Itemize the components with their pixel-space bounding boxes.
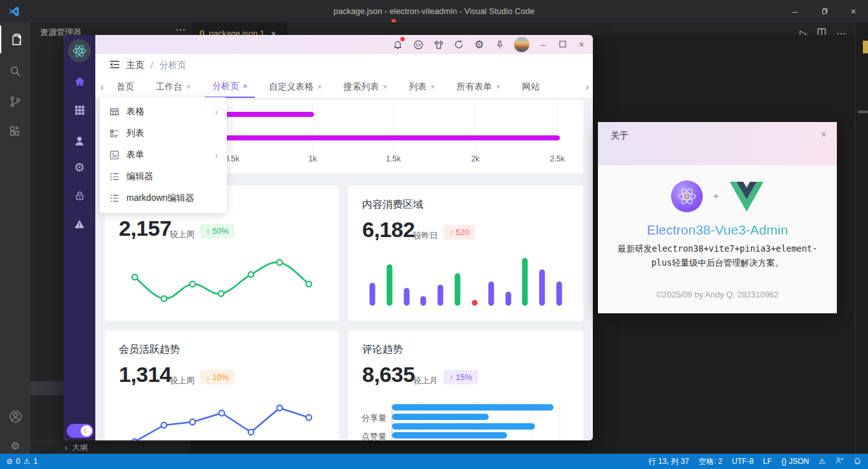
language-mode[interactable]: {} JSON <box>782 457 809 466</box>
app-tabbar: ‹ 首页 工作台× 分析页× 自定义表格× 搜索列表× 列表× 所有表单× 网站… <box>95 76 593 99</box>
extensions-icon[interactable] <box>0 118 31 146</box>
tab-close-icon[interactable]: × <box>243 82 247 91</box>
about-app-name: Electron38-Vue3-Admin <box>598 222 837 238</box>
collapse-menu-icon[interactable] <box>109 60 120 71</box>
minimap-slider[interactable] <box>858 111 868 113</box>
tab-website[interactable]: 网站 <box>514 76 547 98</box>
dropdown-menu: 表格 › 列表 表单 › 编辑器 markdown编辑器 <box>100 97 227 213</box>
settings-gear-icon[interactable]: ⚙ <box>473 39 485 50</box>
warnings-count[interactable]: 1 <box>34 457 38 466</box>
menu-item-editor[interactable]: 编辑器 <box>100 166 227 187</box>
about-header: 关于 × <box>598 122 837 165</box>
encoding[interactable]: UTF-8 <box>732 457 754 466</box>
menu-item-table[interactable]: 表格 › <box>100 101 227 123</box>
statusbar: ⊘ 0 ⚠ 1 行 13, 列 37 空格: 2 UTF-8 LF {} JSO… <box>0 454 868 469</box>
errors-icon[interactable]: ⊘ <box>6 457 13 466</box>
window-title: package.json - electron-viteadmin - Visu… <box>0 6 868 16</box>
tab-search-list[interactable]: 搜索列表× <box>336 76 395 98</box>
tab-home[interactable]: 首页 <box>109 76 142 98</box>
tabs-scroll-left-icon[interactable]: ‹ <box>95 81 109 93</box>
table-icon <box>109 107 120 117</box>
tab-close-icon[interactable]: × <box>496 83 500 92</box>
tab-close-icon[interactable]: × <box>186 83 191 92</box>
electron-logo <box>671 180 703 212</box>
minimize-button[interactable]: – <box>780 0 810 22</box>
electron-logo[interactable] <box>68 39 91 62</box>
bell-badge <box>400 37 405 41</box>
app-minimize-button[interactable]: – <box>538 39 548 50</box>
dashboard-grid-icon[interactable] <box>64 99 95 121</box>
pin-icon[interactable] <box>494 39 505 50</box>
menu-item-label: 编辑器 <box>126 171 153 182</box>
indentation[interactable]: 空格: 2 <box>699 456 722 467</box>
warning-icon[interactable] <box>64 214 95 235</box>
consumption-card: 内容消费区域 6,182 较昨日 ↑ 520 <box>348 186 583 321</box>
about-title: 关于 <box>611 130 628 142</box>
submenu-arrow-icon: › <box>215 107 218 117</box>
tab-all-forms[interactable]: 所有表单× <box>449 76 508 98</box>
breadcrumb-page: 分析页 <box>159 60 186 71</box>
tab-list[interactable]: 列表× <box>401 76 442 98</box>
theme-shirt-icon[interactable] <box>433 39 444 50</box>
source-control-icon[interactable] <box>0 88 31 116</box>
menu-item-form[interactable]: 表单 › <box>100 144 227 166</box>
search-icon[interactable] <box>0 57 31 85</box>
tab-custom-table[interactable]: 自定义表格× <box>261 76 329 98</box>
settings-gear-icon[interactable]: ⚙ <box>64 156 95 178</box>
refresh-icon[interactable] <box>453 39 465 50</box>
feedback-icon[interactable] <box>835 456 844 466</box>
language-icon[interactable]: En <box>412 39 424 50</box>
breadcrumb-section[interactable]: 主页 <box>126 60 144 71</box>
horizontal-bar-chart <box>348 330 583 440</box>
checklist-icon <box>109 128 120 139</box>
svg-text:2k: 2k <box>471 154 480 163</box>
menu-item-label: 列表 <box>126 128 144 139</box>
members-card: 会员活跃趋势 1,314 较上周 ↓ 10% <box>105 330 339 440</box>
tab-close-icon[interactable]: × <box>383 83 387 92</box>
app-close-button[interactable]: × <box>576 39 587 50</box>
app-titlebar: En ⚙ – × <box>95 35 593 54</box>
tab-analysis[interactable]: 分析页× <box>205 76 255 98</box>
menu-item-list[interactable]: 列表 <box>100 123 227 144</box>
menu-item-label: 表格 <box>126 106 144 118</box>
activity-bar: ⚙ <box>0 22 31 454</box>
svg-text:2.5k: 2.5k <box>550 154 565 163</box>
svg-text:1k: 1k <box>308 154 317 163</box>
form-icon <box>109 150 120 160</box>
plus-sign: + <box>713 191 719 202</box>
app-sidebar: ⚙ ☾ <box>64 35 95 440</box>
cursor-position[interactable]: 行 13, 列 37 <box>648 456 689 467</box>
explorer-icon[interactable] <box>0 25 31 53</box>
user-icon[interactable] <box>64 130 95 152</box>
avatar[interactable] <box>514 37 529 52</box>
bell-icon[interactable] <box>392 39 403 50</box>
explorer-actions-icon[interactable]: ⋯ <box>175 24 186 36</box>
svg-text:En: En <box>416 42 421 46</box>
tab-close-icon[interactable]: × <box>430 83 435 92</box>
tab-workbench[interactable]: 工作台× <box>148 76 198 98</box>
submenu-arrow-icon: › <box>215 150 218 160</box>
outline-section[interactable]: ›大纲 <box>31 441 191 454</box>
close-button[interactable]: × <box>839 0 868 22</box>
errors-count[interactable]: 0 <box>16 457 20 466</box>
warnings-icon[interactable]: ⚠ <box>24 457 31 466</box>
app-maximize-button[interactable] <box>557 39 567 50</box>
menu-item-markdown-editor[interactable]: markdown编辑器 <box>100 187 227 209</box>
alert-icon[interactable]: ⚠ <box>818 457 825 466</box>
eol-type[interactable]: LF <box>763 457 772 466</box>
account-icon[interactable] <box>0 402 31 430</box>
outline-label: 大纲 <box>72 442 88 453</box>
menu-item-label: 表单 <box>126 149 144 161</box>
breadcrumb-separator: / <box>151 60 153 71</box>
restore-button[interactable] <box>810 0 839 22</box>
theme-toggle[interactable]: ☾ <box>67 424 93 438</box>
tabs-scroll-right-icon[interactable]: › <box>586 81 589 93</box>
numbered-list-icon <box>109 172 120 182</box>
vertical-bar-chart <box>348 186 583 321</box>
home-icon[interactable] <box>64 71 95 92</box>
notifications-bell-icon[interactable] <box>853 456 862 467</box>
lock-icon[interactable] <box>64 185 95 207</box>
vue-logo <box>729 182 764 212</box>
tab-close-icon[interactable]: × <box>317 83 322 92</box>
close-icon[interactable]: × <box>821 129 827 140</box>
